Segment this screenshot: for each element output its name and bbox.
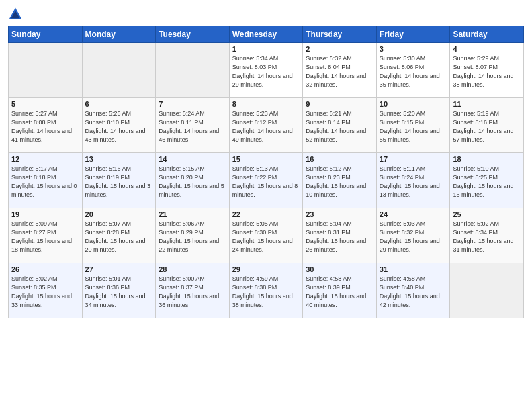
- logo-icon: [8, 7, 23, 21]
- weekday-header: Thursday: [303, 26, 377, 43]
- calendar-week-row: 26Sunrise: 5:02 AM Sunset: 8:35 PM Dayli…: [9, 263, 524, 318]
- day-info: Sunrise: 5:34 AM Sunset: 8:03 PM Dayligh…: [232, 54, 300, 89]
- calendar-day-cell: 20Sunrise: 5:07 AM Sunset: 8:28 PM Dayli…: [82, 208, 156, 263]
- calendar-day-cell: 30Sunrise: 4:58 AM Sunset: 8:39 PM Dayli…: [303, 263, 377, 318]
- calendar-day-cell: 14Sunrise: 5:15 AM Sunset: 8:20 PM Dayli…: [156, 153, 230, 208]
- day-info: Sunrise: 5:27 AM Sunset: 8:08 PM Dayligh…: [11, 109, 79, 144]
- day-info: Sunrise: 5:23 AM Sunset: 8:12 PM Dayligh…: [232, 109, 300, 144]
- day-number: 31: [380, 265, 447, 273]
- calendar-day-cell: 3Sunrise: 5:30 AM Sunset: 8:06 PM Daylig…: [376, 43, 450, 98]
- calendar-day-cell: 4Sunrise: 5:29 AM Sunset: 8:07 PM Daylig…: [450, 43, 524, 98]
- calendar-day-cell: 13Sunrise: 5:16 AM Sunset: 8:19 PM Dayli…: [82, 153, 156, 208]
- day-info: Sunrise: 5:02 AM Sunset: 8:34 PM Dayligh…: [453, 220, 521, 255]
- logo: [8, 7, 26, 21]
- day-info: Sunrise: 5:09 AM Sunset: 8:27 PM Dayligh…: [11, 220, 79, 255]
- calendar-day-cell: 5Sunrise: 5:27 AM Sunset: 8:08 PM Daylig…: [9, 98, 83, 153]
- weekday-header: Monday: [82, 26, 156, 43]
- day-number: 30: [306, 265, 373, 273]
- day-number: 22: [232, 210, 300, 218]
- day-number: 26: [11, 265, 79, 273]
- day-info: Sunrise: 5:21 AM Sunset: 8:14 PM Dayligh…: [306, 109, 373, 144]
- day-number: 29: [232, 265, 300, 273]
- day-info: Sunrise: 5:02 AM Sunset: 8:35 PM Dayligh…: [11, 275, 79, 310]
- day-info: Sunrise: 5:16 AM Sunset: 8:19 PM Dayligh…: [85, 165, 153, 199]
- day-info: Sunrise: 5:19 AM Sunset: 8:16 PM Dayligh…: [453, 109, 521, 144]
- day-info: Sunrise: 5:15 AM Sunset: 8:20 PM Dayligh…: [159, 165, 226, 199]
- calendar-day-cell: [9, 43, 83, 98]
- day-number: 19: [11, 210, 79, 218]
- calendar-week-row: 1Sunrise: 5:34 AM Sunset: 8:03 PM Daylig…: [9, 43, 524, 98]
- day-number: 24: [380, 210, 447, 218]
- day-number: 18: [453, 155, 521, 163]
- calendar-day-cell: 23Sunrise: 5:04 AM Sunset: 8:31 PM Dayli…: [303, 208, 377, 263]
- day-number: 3: [380, 45, 447, 53]
- calendar-day-cell: 12Sunrise: 5:17 AM Sunset: 8:18 PM Dayli…: [9, 153, 83, 208]
- day-info: Sunrise: 5:32 AM Sunset: 8:04 PM Dayligh…: [306, 54, 373, 89]
- day-info: Sunrise: 5:00 AM Sunset: 8:37 PM Dayligh…: [159, 275, 226, 310]
- calendar-day-cell: 31Sunrise: 4:58 AM Sunset: 8:40 PM Dayli…: [376, 263, 450, 318]
- day-number: 1: [232, 45, 300, 53]
- calendar-day-cell: 9Sunrise: 5:21 AM Sunset: 8:14 PM Daylig…: [303, 98, 377, 153]
- day-number: 6: [85, 100, 153, 108]
- day-number: 21: [159, 210, 226, 218]
- day-number: 7: [159, 100, 226, 108]
- calendar-day-cell: 24Sunrise: 5:03 AM Sunset: 8:32 PM Dayli…: [376, 208, 450, 263]
- day-number: 13: [85, 155, 153, 163]
- calendar-day-cell: 17Sunrise: 5:11 AM Sunset: 8:24 PM Dayli…: [376, 153, 450, 208]
- calendar-day-cell: 26Sunrise: 5:02 AM Sunset: 8:35 PM Dayli…: [9, 263, 83, 318]
- weekday-header: Saturday: [450, 26, 524, 43]
- weekday-header-row: SundayMondayTuesdayWednesdayThursdayFrid…: [9, 26, 524, 43]
- calendar-day-cell: 7Sunrise: 5:24 AM Sunset: 8:11 PM Daylig…: [156, 98, 230, 153]
- calendar-day-cell: 21Sunrise: 5:06 AM Sunset: 8:29 PM Dayli…: [156, 208, 230, 263]
- day-info: Sunrise: 5:06 AM Sunset: 8:29 PM Dayligh…: [159, 220, 226, 255]
- day-number: 17: [380, 155, 447, 163]
- calendar-page: SundayMondayTuesdayWednesdayThursdayFrid…: [0, 0, 532, 411]
- calendar-day-cell: 15Sunrise: 5:13 AM Sunset: 8:22 PM Dayli…: [229, 153, 303, 208]
- calendar-day-cell: 22Sunrise: 5:05 AM Sunset: 8:30 PM Dayli…: [229, 208, 303, 263]
- day-number: 27: [85, 265, 153, 273]
- calendar-day-cell: 19Sunrise: 5:09 AM Sunset: 8:27 PM Dayli…: [9, 208, 83, 263]
- day-info: Sunrise: 5:17 AM Sunset: 8:18 PM Dayligh…: [11, 165, 79, 199]
- weekday-header: Wednesday: [229, 26, 303, 43]
- day-number: 25: [453, 210, 521, 218]
- day-info: Sunrise: 5:29 AM Sunset: 8:07 PM Dayligh…: [453, 54, 521, 89]
- calendar-day-cell: 29Sunrise: 4:59 AM Sunset: 8:38 PM Dayli…: [229, 263, 303, 318]
- day-info: Sunrise: 5:20 AM Sunset: 8:15 PM Dayligh…: [380, 109, 447, 144]
- weekday-header: Sunday: [9, 26, 83, 43]
- day-info: Sunrise: 5:24 AM Sunset: 8:11 PM Dayligh…: [159, 109, 226, 144]
- calendar-day-cell: 1Sunrise: 5:34 AM Sunset: 8:03 PM Daylig…: [229, 43, 303, 98]
- calendar-table: SundayMondayTuesdayWednesdayThursdayFrid…: [8, 26, 524, 318]
- day-number: 15: [232, 155, 300, 163]
- day-number: 10: [380, 100, 447, 108]
- day-info: Sunrise: 5:30 AM Sunset: 8:06 PM Dayligh…: [380, 54, 447, 89]
- calendar-day-cell: [450, 263, 524, 318]
- day-number: 8: [232, 100, 300, 108]
- calendar-week-row: 19Sunrise: 5:09 AM Sunset: 8:27 PM Dayli…: [9, 208, 524, 263]
- day-info: Sunrise: 5:07 AM Sunset: 8:28 PM Dayligh…: [85, 220, 153, 255]
- calendar-day-cell: 8Sunrise: 5:23 AM Sunset: 8:12 PM Daylig…: [229, 98, 303, 153]
- calendar-day-cell: 18Sunrise: 5:10 AM Sunset: 8:25 PM Dayli…: [450, 153, 524, 208]
- day-number: 2: [306, 45, 373, 53]
- calendar-day-cell: 27Sunrise: 5:01 AM Sunset: 8:36 PM Dayli…: [82, 263, 156, 318]
- calendar-day-cell: 10Sunrise: 5:20 AM Sunset: 8:15 PM Dayli…: [376, 98, 450, 153]
- day-info: Sunrise: 5:12 AM Sunset: 8:23 PM Dayligh…: [306, 165, 373, 199]
- calendar-day-cell: 25Sunrise: 5:02 AM Sunset: 8:34 PM Dayli…: [450, 208, 524, 263]
- day-number: 9: [306, 100, 373, 108]
- day-info: Sunrise: 4:58 AM Sunset: 8:40 PM Dayligh…: [380, 275, 447, 310]
- calendar-day-cell: 6Sunrise: 5:26 AM Sunset: 8:10 PM Daylig…: [82, 98, 156, 153]
- day-number: 20: [85, 210, 153, 218]
- calendar-day-cell: 28Sunrise: 5:00 AM Sunset: 8:37 PM Dayli…: [156, 263, 230, 318]
- day-info: Sunrise: 5:13 AM Sunset: 8:22 PM Dayligh…: [232, 165, 300, 199]
- calendar-week-row: 12Sunrise: 5:17 AM Sunset: 8:18 PM Dayli…: [9, 153, 524, 208]
- day-info: Sunrise: 4:59 AM Sunset: 8:38 PM Dayligh…: [232, 275, 300, 310]
- day-info: Sunrise: 5:05 AM Sunset: 8:30 PM Dayligh…: [232, 220, 300, 255]
- day-info: Sunrise: 5:11 AM Sunset: 8:24 PM Dayligh…: [380, 165, 447, 199]
- day-info: Sunrise: 5:01 AM Sunset: 8:36 PM Dayligh…: [85, 275, 153, 310]
- day-number: 14: [159, 155, 226, 163]
- calendar-week-row: 5Sunrise: 5:27 AM Sunset: 8:08 PM Daylig…: [9, 98, 524, 153]
- calendar-day-cell: 2Sunrise: 5:32 AM Sunset: 8:04 PM Daylig…: [303, 43, 377, 98]
- day-number: 16: [306, 155, 373, 163]
- calendar-day-cell: [82, 43, 156, 98]
- day-info: Sunrise: 5:26 AM Sunset: 8:10 PM Dayligh…: [85, 109, 153, 144]
- day-number: 12: [11, 155, 79, 163]
